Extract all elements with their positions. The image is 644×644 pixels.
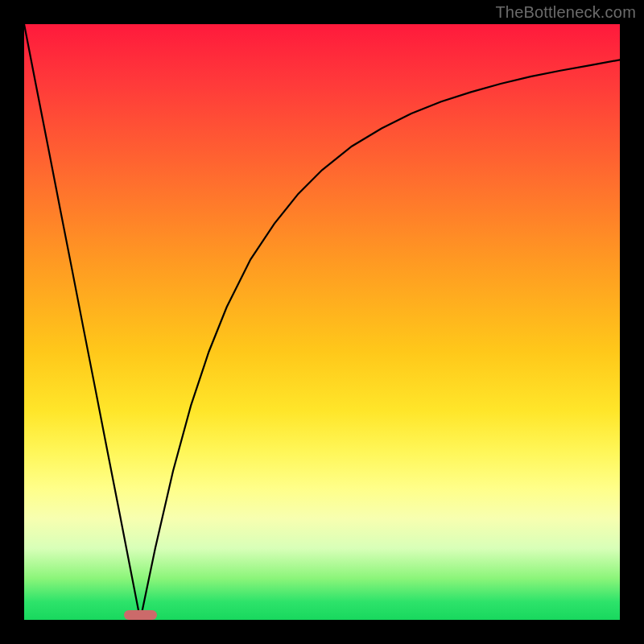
plot-area bbox=[24, 24, 620, 620]
watermark-text: TheBottleneck.com bbox=[495, 3, 636, 22]
chart-frame: TheBottleneck.com bbox=[0, 0, 644, 644]
curve-svg bbox=[24, 24, 620, 620]
curve-left-leg bbox=[24, 24, 140, 620]
curve-right bbox=[140, 60, 620, 620]
trough-marker bbox=[124, 610, 157, 620]
